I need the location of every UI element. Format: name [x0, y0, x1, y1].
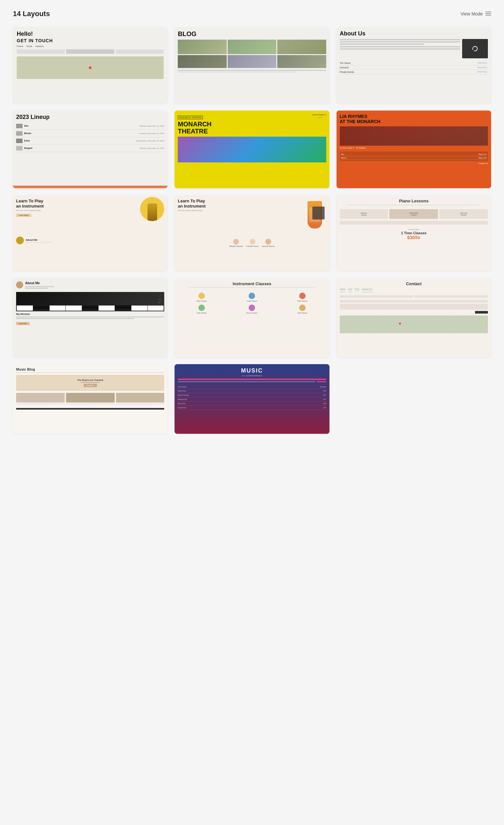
preview-about-section: About Me	[16, 236, 164, 244]
card-dj-music[interactable]: MUSIC DJ · LIVE PERFORMANCE Track NameDu…	[175, 364, 329, 434]
card-preview: Hello!GET IN TOUCH PhoneEmailAddress	[13, 27, 167, 103]
card-music-venue-events[interactable]: 2023 Lineup DiviMonday, December 12, 202…	[13, 110, 167, 189]
preview-events-list: DiviMonday, December 12, 2022 BloomTuesd…	[16, 123, 164, 152]
card-music-venue-landing[interactable]: LIA RHYMESAT THE MONARCH Pre-Order Ticke…	[337, 110, 491, 189]
preview-text	[340, 39, 460, 58]
card-preview: MUSIC DJ · LIVE PERFORMANCE Track NameDu…	[175, 364, 329, 434]
preview-top: About Me	[16, 281, 164, 289]
preview-form	[340, 295, 488, 314]
preview-headline: Hello!GET IN TOUCH	[17, 31, 164, 44]
preview-class-grid: BeginnerClasses IntermediateClasses Adva…	[340, 209, 488, 225]
preview-headline: Contact	[340, 281, 488, 286]
preview-mission: My Mission	[16, 313, 164, 315]
preview-avatar	[16, 281, 23, 288]
preview-avatar	[16, 236, 24, 244]
preview-headline: Piano Lessons	[340, 199, 488, 203]
view-mode-icon	[485, 12, 491, 16]
card-preview: BLOG	[175, 27, 329, 103]
card-preview: Music Blog The Road Less Traveled Read M…	[13, 364, 167, 434]
preview-price: or Per Class 1 Time Classes $30/hr	[340, 228, 488, 240]
preview-headline: LIA RHYMESAT THE MONARCH	[340, 114, 488, 125]
card-preview: Contact Address Email Phone Opening Hour…	[337, 278, 491, 357]
preview-cta: Learn More	[16, 214, 31, 217]
preview-guitar-circle	[140, 197, 164, 221]
view-mode-toggle[interactable]: View Mode	[460, 11, 491, 16]
preview-featured: The Road Less Traveled Read More	[16, 375, 164, 391]
preview-headline: BLOG	[178, 30, 326, 38]
page-title: 14 Layouts	[13, 10, 50, 18]
page-container: 14 Layouts View Mode Hello!GET IN TOUCH …	[13, 10, 491, 434]
card-music-teacher-home[interactable]: Learn To Playan Instrument Join our musi…	[13, 195, 167, 271]
preview-headline: MUSIC	[178, 367, 326, 374]
page-header: 14 Layouts View Mode	[13, 10, 491, 18]
preview-class-icons: Weekly Classes Flexible Hours Special Ev…	[178, 239, 326, 247]
preview-headline: About Me	[25, 281, 54, 285]
card-music-teacher-classes[interactable]: Instrument Classes Piano Classes Guitar …	[175, 278, 329, 357]
play-button: ▶	[473, 46, 478, 51]
preview-red-bar	[13, 185, 167, 188]
preview-headline: Music Blog	[16, 367, 164, 371]
preview-info: Pre-Order Tickets: 8 Full Schedule	[340, 147, 488, 149]
preview-headline: Instrument Classes	[178, 281, 326, 286]
card-music-teacher-landing[interactable]: Learn To Playan Instrument Join our musi…	[175, 195, 329, 271]
preview-icons-grid: Piano Classes Guitar Classes Violin Clas…	[178, 293, 326, 314]
preview-dark-image: ▶	[462, 39, 488, 58]
card-music-venue-about[interactable]: About Us ▶ The VenueBook Now › ConcertsV…	[337, 27, 491, 103]
card-preview: 2023 Lineup DiviMonday, December 12, 202…	[13, 110, 167, 189]
card-preview: Piano Lessons BeginnerClasses Intermedia…	[337, 195, 491, 271]
card-preview: Instrument Classes Piano Classes Guitar …	[175, 278, 329, 357]
preview-accent-bar	[178, 379, 326, 380]
preview-performer-image	[178, 137, 326, 162]
preview-headline: About Us	[340, 30, 488, 37]
preview-tickets: Grand Tickets: 8	[312, 114, 326, 116]
preview-map	[17, 56, 164, 79]
preview-menu: The VenueBook Now › ConcertsView group ›…	[340, 61, 488, 74]
preview-contact-map	[340, 315, 488, 333]
card-music-teacher-blog[interactable]: Music Blog The Road Less Traveled Read M…	[13, 364, 167, 434]
card-music-teacher-class[interactable]: Piano Lessons BeginnerClasses Intermedia…	[337, 195, 491, 271]
preview-images	[178, 40, 326, 68]
card-music-venue-contact[interactable]: Hello!GET IN TOUCH PhoneEmailAddress Mus…	[13, 27, 167, 103]
preview-table: Track NameDuration Night Fever3:45 Elect…	[178, 385, 326, 410]
preview-performer-image	[340, 126, 488, 146]
preview-headline: 2023 Lineup	[16, 114, 164, 121]
card-preview: About Me	[13, 278, 167, 357]
preview-lineup: DiviMarch 01 BloomMarch 05	[340, 151, 488, 161]
preview-tag: MONARCH THEATRE	[178, 116, 203, 119]
card-music-venue-blog[interactable]: BLOG Music Venue Blog Page Layout	[175, 27, 329, 103]
preview-price-value: $30/hr	[340, 235, 488, 240]
card-music-venue-home[interactable]: MONARCH THEATRE MONARCHTHEATRE Grand Tic…	[175, 110, 329, 189]
view-mode-label: View Mode	[460, 11, 483, 16]
preview-instrument	[304, 199, 326, 231]
card-preview: Learn To Playan Instrument Join our musi…	[13, 195, 167, 271]
card-preview: About Us ▶ The VenueBook Now › ConcertsV…	[337, 27, 491, 103]
card-preview: MONARCH THEATRE MONARCHTHEATRE Grand Tic…	[175, 110, 329, 189]
card-preview: LIA RHYMESAT THE MONARCH Pre-Order Ticke…	[337, 110, 491, 189]
card-music-teacher-about[interactable]: About Me	[13, 278, 167, 357]
preview-content: ▶	[340, 39, 488, 58]
preview-info-cols: Address Email Phone Opening Hours	[340, 288, 488, 293]
card-preview: Learn To Playan Instrument Join our musi…	[175, 195, 329, 271]
preview-posts-grid	[16, 393, 164, 405]
preview-headline: MONARCHTHEATRE	[178, 121, 211, 135]
preview-piano-image: ♪	[16, 292, 164, 311]
card-music-teacher-contact[interactable]: Contact Address Email Phone Opening Hour…	[337, 278, 491, 357]
preview-sub: DJ · LIVE PERFORMANCE	[178, 375, 326, 377]
preview-about-label: About Me	[26, 238, 52, 241]
layouts-grid: Hello!GET IN TOUCH PhoneEmailAddress Mus…	[13, 27, 491, 434]
preview-sub: PhoneEmailAddress	[17, 45, 164, 47]
